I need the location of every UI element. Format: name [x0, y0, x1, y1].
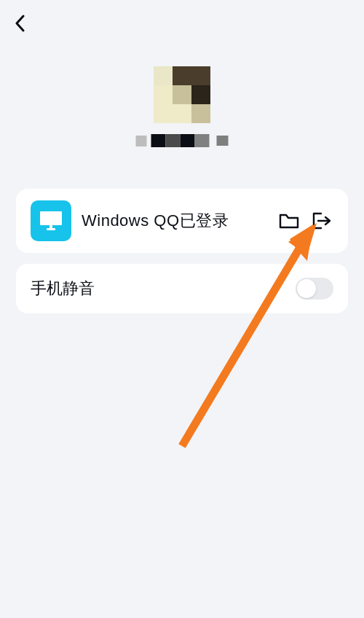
avatar-pixel — [173, 66, 191, 85]
censor-block — [217, 136, 229, 146]
nickname-censored — [136, 133, 229, 149]
avatar-pixel — [191, 85, 210, 104]
monitor-icon — [39, 210, 63, 232]
censor-block — [136, 136, 147, 146]
censor-block — [151, 134, 166, 147]
logout-button[interactable] — [309, 208, 333, 233]
censor-block — [195, 134, 210, 147]
avatar-pixel — [154, 104, 173, 123]
chevron-left-icon — [15, 15, 26, 32]
censor-block — [181, 134, 195, 147]
device-status-label: Windows QQ已登录 — [82, 210, 277, 232]
back-button[interactable] — [10, 13, 31, 34]
avatar-pixel — [154, 66, 173, 85]
avatar-pixel — [191, 66, 210, 85]
device-management-screen: Windows QQ已登录 手机静音 — [0, 0, 364, 618]
phone-mute-toggle[interactable] — [296, 278, 333, 300]
device-icon-badge — [31, 200, 71, 241]
device-card: Windows QQ已登录 — [16, 189, 348, 253]
avatar-pixel — [173, 104, 191, 123]
svg-rect-0 — [40, 211, 62, 225]
phone-mute-row: 手机静音 — [16, 264, 348, 313]
phone-mute-label: 手机静音 — [31, 278, 296, 300]
censor-block — [166, 134, 181, 147]
svg-rect-2 — [50, 225, 52, 229]
avatar — [154, 66, 210, 123]
avatar-pixel — [191, 104, 210, 123]
avatar-pixel — [154, 85, 173, 104]
toggle-knob — [297, 279, 316, 298]
open-file-transfer-button[interactable] — [277, 208, 301, 233]
folder-icon — [279, 212, 299, 230]
logout-icon — [311, 211, 331, 230]
avatar-pixel — [173, 85, 191, 104]
